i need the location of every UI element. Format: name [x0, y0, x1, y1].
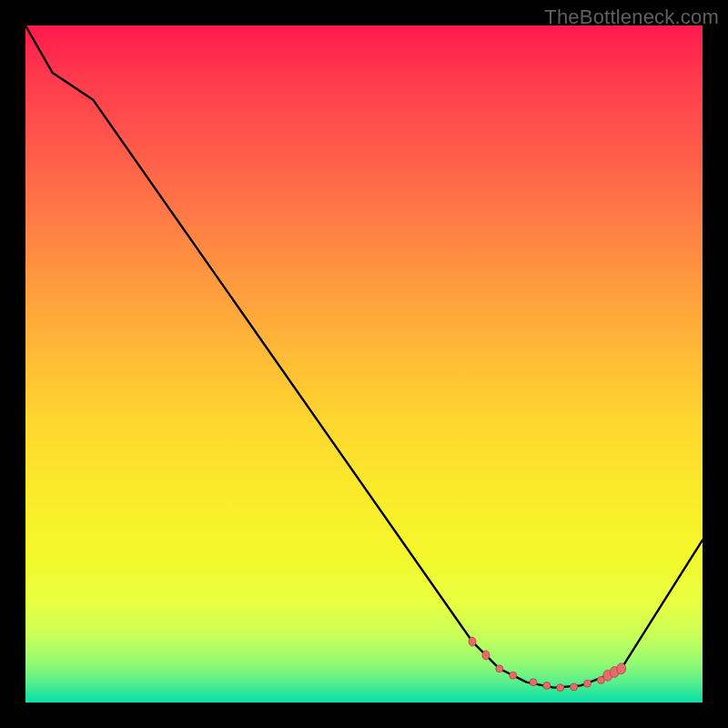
bottleneck-curve	[25, 25, 703, 688]
highlight-dot	[543, 682, 551, 689]
plot-area	[25, 25, 703, 703]
highlight-dot	[482, 651, 490, 660]
highlight-dot	[496, 665, 503, 672]
highlight-dot	[571, 683, 578, 691]
highlight-dot	[617, 663, 626, 674]
highlight-dot	[584, 680, 592, 687]
highlight-dot	[469, 637, 476, 646]
highlight-dot	[557, 684, 564, 692]
curve-layer	[25, 25, 703, 703]
highlight-dots	[469, 637, 626, 692]
highlight-dot	[510, 672, 517, 679]
chart-frame: TheBottleneck.com	[0, 0, 728, 728]
highlight-dot	[530, 679, 537, 686]
watermark-text: TheBottleneck.com	[544, 5, 719, 29]
